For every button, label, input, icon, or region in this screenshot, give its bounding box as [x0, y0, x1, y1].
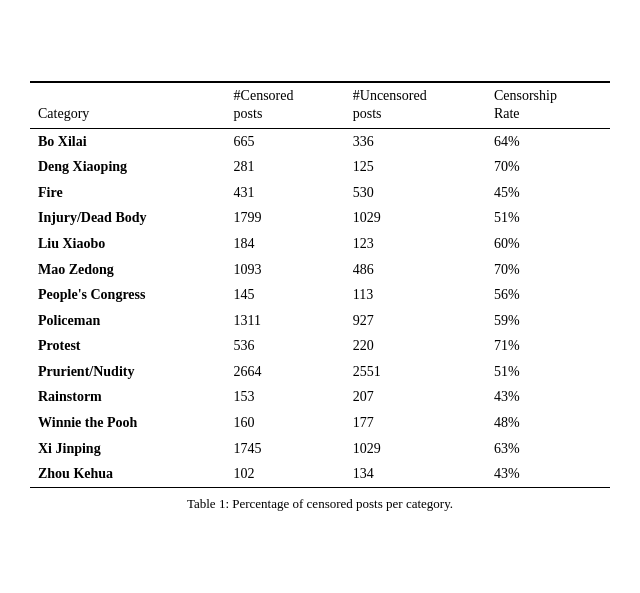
cell-category: Policeman [30, 308, 226, 334]
header-uncensored: #Uncensoredposts [345, 82, 486, 128]
cell-category: Liu Xiaobo [30, 231, 226, 257]
cell-censored: 281 [226, 154, 345, 180]
cell-uncensored: 927 [345, 308, 486, 334]
cell-censored: 1745 [226, 436, 345, 462]
table-container: Category #Censoredposts #Uncensoredposts… [30, 81, 610, 512]
cell-rate: 60% [486, 231, 610, 257]
cell-category: Rainstorm [30, 384, 226, 410]
cell-censored: 2664 [226, 359, 345, 385]
cell-uncensored: 207 [345, 384, 486, 410]
table-row: Zhou Kehua10213443% [30, 461, 610, 487]
cell-category: Zhou Kehua [30, 461, 226, 487]
table-header-row: Category #Censoredposts #Uncensoredposts… [30, 82, 610, 128]
cell-rate: 43% [486, 461, 610, 487]
cell-uncensored: 113 [345, 282, 486, 308]
table-row: Deng Xiaoping28112570% [30, 154, 610, 180]
cell-rate: 48% [486, 410, 610, 436]
cell-rate: 71% [486, 333, 610, 359]
cell-uncensored: 336 [345, 128, 486, 154]
cell-category: Bo Xilai [30, 128, 226, 154]
cell-category: Xi Jinping [30, 436, 226, 462]
table-row: Prurient/Nudity2664255151% [30, 359, 610, 385]
cell-censored: 160 [226, 410, 345, 436]
table-row: Liu Xiaobo18412360% [30, 231, 610, 257]
table-row: Mao Zedong109348670% [30, 257, 610, 283]
table-row: Protest53622071% [30, 333, 610, 359]
cell-rate: 43% [486, 384, 610, 410]
cell-rate: 51% [486, 205, 610, 231]
cell-censored: 145 [226, 282, 345, 308]
cell-censored: 184 [226, 231, 345, 257]
cell-rate: 56% [486, 282, 610, 308]
cell-uncensored: 530 [345, 180, 486, 206]
cell-category: Protest [30, 333, 226, 359]
cell-uncensored: 220 [345, 333, 486, 359]
cell-censored: 1093 [226, 257, 345, 283]
cell-uncensored: 123 [345, 231, 486, 257]
table-row: Rainstorm15320743% [30, 384, 610, 410]
cell-category: Mao Zedong [30, 257, 226, 283]
table-row: Fire43153045% [30, 180, 610, 206]
cell-rate: 70% [486, 154, 610, 180]
data-table: Category #Censoredposts #Uncensoredposts… [30, 81, 610, 488]
header-rate: CensorshipRate [486, 82, 610, 128]
cell-censored: 153 [226, 384, 345, 410]
table-row: People's Congress14511356% [30, 282, 610, 308]
header-censored: #Censoredposts [226, 82, 345, 128]
cell-censored: 1311 [226, 308, 345, 334]
cell-rate: 63% [486, 436, 610, 462]
cell-rate: 59% [486, 308, 610, 334]
table-row: Injury/Dead Body1799102951% [30, 205, 610, 231]
table-caption: Table 1: Percentage of censored posts pe… [30, 496, 610, 512]
cell-category: Winnie the Pooh [30, 410, 226, 436]
cell-uncensored: 125 [345, 154, 486, 180]
cell-uncensored: 1029 [345, 436, 486, 462]
table-row: Winnie the Pooh16017748% [30, 410, 610, 436]
cell-category: Deng Xiaoping [30, 154, 226, 180]
cell-category: People's Congress [30, 282, 226, 308]
table-row: Policeman131192759% [30, 308, 610, 334]
cell-category: Injury/Dead Body [30, 205, 226, 231]
table-row: Xi Jinping1745102963% [30, 436, 610, 462]
cell-uncensored: 177 [345, 410, 486, 436]
cell-rate: 64% [486, 128, 610, 154]
cell-rate: 45% [486, 180, 610, 206]
table-row: Bo Xilai66533664% [30, 128, 610, 154]
cell-rate: 51% [486, 359, 610, 385]
cell-category: Prurient/Nudity [30, 359, 226, 385]
cell-uncensored: 1029 [345, 205, 486, 231]
header-category: Category [30, 82, 226, 128]
cell-category: Fire [30, 180, 226, 206]
cell-uncensored: 486 [345, 257, 486, 283]
cell-censored: 1799 [226, 205, 345, 231]
cell-rate: 70% [486, 257, 610, 283]
cell-censored: 102 [226, 461, 345, 487]
cell-censored: 665 [226, 128, 345, 154]
cell-uncensored: 134 [345, 461, 486, 487]
cell-uncensored: 2551 [345, 359, 486, 385]
cell-censored: 536 [226, 333, 345, 359]
cell-censored: 431 [226, 180, 345, 206]
